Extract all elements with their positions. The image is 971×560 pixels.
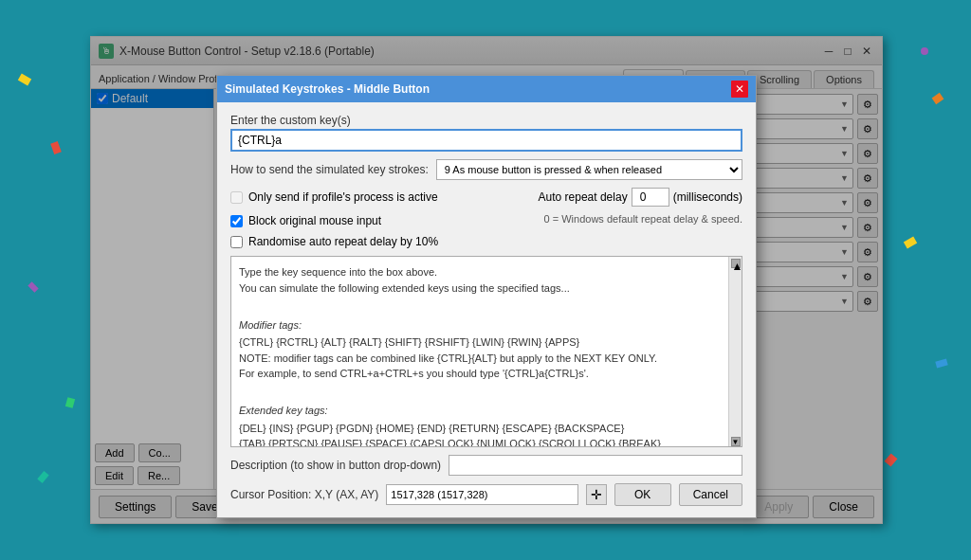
- modal-title: Simulated Keystrokes - Middle Button: [225, 82, 430, 96]
- modal-title-bar: Simulated Keystrokes - Middle Button ✕: [217, 76, 756, 102]
- only-send-label: Only send if profile's process is active: [248, 190, 438, 204]
- auto-repeat-input[interactable]: [632, 188, 669, 207]
- modal-close-button[interactable]: ✕: [731, 81, 748, 98]
- bottom-row: Cursor Position: X,Y (AX, AY) 1517,328 (…: [230, 483, 742, 506]
- randomise-checkbox[interactable]: [230, 236, 243, 248]
- auto-repeat-unit: (milliseconds): [673, 190, 742, 204]
- info-box-scrollbar[interactable]: ▲ ▼: [728, 257, 742, 446]
- how-to-send-select[interactable]: 9 As mouse button is pressed & when rele…: [436, 159, 742, 180]
- modal-overlay: Simulated Keystrokes - Middle Button ✕ E…: [91, 37, 882, 523]
- custom-keys-input[interactable]: [230, 129, 742, 152]
- ok-button[interactable]: OK: [614, 483, 671, 506]
- info-line1: Type the key sequence into the box above…: [239, 264, 721, 280]
- modal-dialog: Simulated Keystrokes - Middle Button ✕ E…: [216, 75, 757, 518]
- modifier-note1: NOTE: modifier tags can be combined like…: [239, 351, 721, 367]
- info-box: Type the key sequence into the box above…: [231, 257, 728, 446]
- extended-tags1: {DEL} {INS} {PGUP} {PGDN} {HOME} {END} {…: [239, 421, 721, 437]
- custom-keys-section: Enter the custom key(s): [230, 114, 742, 152]
- block-original-label: Block original mouse input: [248, 214, 381, 227]
- cancel-button[interactable]: Cancel: [679, 483, 742, 506]
- options-row: Only send if profile's process is active…: [230, 188, 742, 207]
- scrollbar-thumb-down: ▼: [731, 437, 741, 446]
- modal-body: Enter the custom key(s) How to send the …: [217, 102, 756, 517]
- crosshair-button[interactable]: ✛: [586, 484, 607, 505]
- randomise-row: Randomise auto repeat delay by 10%: [230, 235, 742, 248]
- windows-default-note: 0 = Windows default repeat delay & speed…: [544, 213, 742, 225]
- randomise-label: Randomise auto repeat delay by 10%: [248, 235, 438, 248]
- scrollbar-thumb-up: ▲: [731, 259, 741, 268]
- block-original-checkbox[interactable]: [230, 215, 243, 227]
- info-box-wrapper: Type the key sequence into the box above…: [230, 256, 742, 447]
- modifier-tags: {CTRL} {RCTRL} {ALT} {RALT} {SHIFT} {RSH…: [239, 334, 721, 351]
- modifier-title: Modifier tags:: [239, 317, 721, 334]
- extended-tags2: {TAB} {PRTSCN} {PAUSE} {SPACE} {CAPSLOCK…: [239, 436, 721, 446]
- only-send-row: Only send if profile's process is active: [230, 190, 438, 204]
- cursor-row: Cursor Position: X,Y (AX, AY) 1517,328 (…: [230, 484, 607, 505]
- cursor-pos-value: 1517,328 (1517,328): [386, 484, 577, 505]
- description-row: Description (to show in button drop-down…: [230, 455, 742, 476]
- only-send-checkbox[interactable]: [230, 191, 243, 204]
- block-row-container: Block original mouse input 0 = Windows d…: [230, 214, 742, 227]
- modifier-note2: For example, to send CTRL+a+CTRL+s you s…: [239, 366, 721, 382]
- cursor-pos-label: Cursor Position: X,Y (AX, AY): [230, 488, 378, 501]
- block-original-row: Block original mouse input: [230, 214, 381, 227]
- info-line2: You can simulate the following extended …: [239, 280, 721, 297]
- description-input[interactable]: [449, 455, 742, 476]
- how-to-send-row: How to send the simulated key strokes: 9…: [230, 159, 742, 180]
- custom-keys-label: Enter the custom key(s): [230, 114, 742, 127]
- extended-title: Extended key tags:: [239, 403, 721, 419]
- auto-repeat-group: Auto repeat delay (milliseconds): [539, 188, 742, 207]
- main-window: 🖱 X-Mouse Button Control - Setup v2.18.6…: [90, 36, 883, 524]
- description-label: Description (to show in button drop-down…: [230, 459, 441, 472]
- auto-repeat-label: Auto repeat delay: [539, 190, 628, 204]
- how-to-send-label: How to send the simulated key strokes:: [230, 163, 429, 176]
